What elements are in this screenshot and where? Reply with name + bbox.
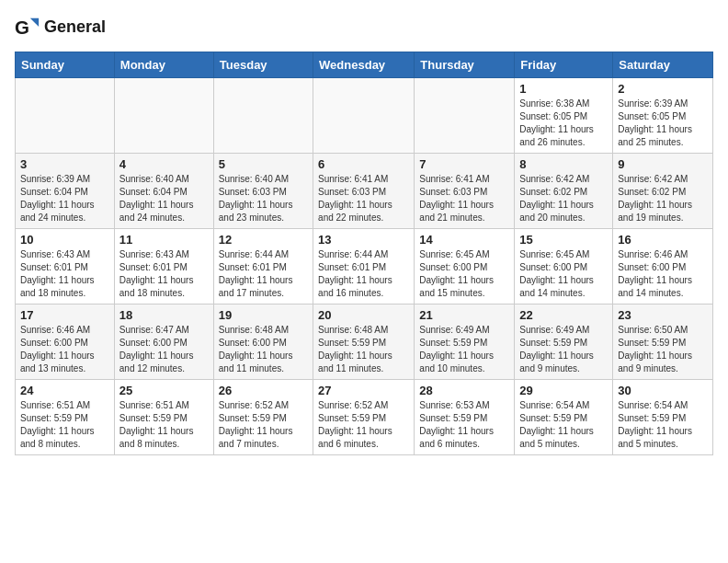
svg-text:G: G [15,17,29,38]
day-number: 11 [119,233,209,247]
calendar-header-saturday: Saturday [613,52,713,78]
day-number: 2 [618,82,708,96]
day-number: 1 [519,82,608,96]
calendar-cell: 8Sunrise: 6:42 AM Sunset: 6:02 PM Daylig… [515,154,613,229]
calendar-cell: 2Sunrise: 6:39 AM Sunset: 6:05 PM Daylig… [613,78,713,154]
day-info: Sunrise: 6:48 AM Sunset: 5:59 PM Dayligh… [318,324,409,375]
day-info: Sunrise: 6:41 AM Sunset: 6:03 PM Dayligh… [419,173,509,224]
calendar-cell: 18Sunrise: 6:47 AM Sunset: 6:00 PM Dayli… [114,304,213,380]
calendar-header-sunday: Sunday [16,52,115,78]
calendar-cell: 25Sunrise: 6:51 AM Sunset: 5:59 PM Dayli… [114,380,213,455]
day-info: Sunrise: 6:52 AM Sunset: 5:59 PM Dayligh… [219,399,308,451]
day-number: 30 [618,384,708,397]
day-info: Sunrise: 6:42 AM Sunset: 6:02 PM Dayligh… [618,173,708,224]
calendar-cell [16,78,115,154]
logo-icon: G [15,15,40,40]
day-number: 14 [419,233,509,247]
day-number: 9 [618,157,708,171]
calendar-cell: 12Sunrise: 6:44 AM Sunset: 6:01 PM Dayli… [213,229,313,304]
day-number: 19 [219,308,308,322]
calendar-cell: 17Sunrise: 6:46 AM Sunset: 6:00 PM Dayli… [16,304,115,380]
day-number: 28 [419,384,509,397]
calendar-cell [114,78,213,154]
day-info: Sunrise: 6:39 AM Sunset: 6:04 PM Dayligh… [20,173,109,224]
day-info: Sunrise: 6:44 AM Sunset: 6:01 PM Dayligh… [318,248,409,300]
day-info: Sunrise: 6:51 AM Sunset: 5:59 PM Dayligh… [20,399,109,451]
logo-text-general: General [44,18,106,37]
calendar-cell: 14Sunrise: 6:45 AM Sunset: 6:00 PM Dayli… [415,229,515,304]
calendar-cell: 15Sunrise: 6:45 AM Sunset: 6:00 PM Dayli… [515,229,613,304]
day-info: Sunrise: 6:51 AM Sunset: 5:59 PM Dayligh… [119,399,209,451]
day-number: 5 [219,157,308,171]
day-number: 3 [20,157,109,171]
calendar-cell: 27Sunrise: 6:52 AM Sunset: 5:59 PM Dayli… [313,380,415,455]
day-info: Sunrise: 6:49 AM Sunset: 5:59 PM Dayligh… [419,324,509,375]
calendar-week-3: 10Sunrise: 6:43 AM Sunset: 6:01 PM Dayli… [16,229,713,304]
day-info: Sunrise: 6:45 AM Sunset: 6:00 PM Dayligh… [419,248,509,300]
day-info: Sunrise: 6:46 AM Sunset: 6:00 PM Dayligh… [618,248,708,300]
calendar-header-monday: Monday [114,52,213,78]
calendar-header-row: SundayMondayTuesdayWednesdayThursdayFrid… [16,52,713,78]
calendar-header-tuesday: Tuesday [213,52,313,78]
calendar-cell: 24Sunrise: 6:51 AM Sunset: 5:59 PM Dayli… [16,380,115,455]
day-number: 15 [519,233,608,247]
calendar-week-1: 1Sunrise: 6:38 AM Sunset: 6:05 PM Daylig… [16,78,713,154]
calendar-cell: 29Sunrise: 6:54 AM Sunset: 5:59 PM Dayli… [515,380,613,455]
day-info: Sunrise: 6:38 AM Sunset: 6:05 PM Dayligh… [519,98,608,149]
calendar-week-5: 24Sunrise: 6:51 AM Sunset: 5:59 PM Dayli… [16,380,713,455]
day-info: Sunrise: 6:43 AM Sunset: 6:01 PM Dayligh… [119,248,209,300]
day-number: 23 [618,308,708,322]
logo: G General [15,15,106,40]
day-info: Sunrise: 6:40 AM Sunset: 6:03 PM Dayligh… [219,173,308,224]
calendar-cell: 22Sunrise: 6:49 AM Sunset: 5:59 PM Dayli… [515,304,613,380]
day-number: 21 [419,308,509,322]
day-info: Sunrise: 6:52 AM Sunset: 5:59 PM Dayligh… [318,399,409,451]
day-info: Sunrise: 6:41 AM Sunset: 6:03 PM Dayligh… [318,173,409,224]
day-info: Sunrise: 6:54 AM Sunset: 5:59 PM Dayligh… [519,399,608,451]
calendar-cell: 23Sunrise: 6:50 AM Sunset: 5:59 PM Dayli… [613,304,713,380]
calendar-cell [415,78,515,154]
day-number: 22 [519,308,608,322]
day-number: 16 [618,233,708,247]
day-info: Sunrise: 6:44 AM Sunset: 6:01 PM Dayligh… [219,248,308,300]
calendar-cell: 26Sunrise: 6:52 AM Sunset: 5:59 PM Dayli… [213,380,313,455]
day-info: Sunrise: 6:47 AM Sunset: 6:00 PM Dayligh… [119,324,209,375]
calendar-cell: 7Sunrise: 6:41 AM Sunset: 6:03 PM Daylig… [415,154,515,229]
calendar-cell: 13Sunrise: 6:44 AM Sunset: 6:01 PM Dayli… [313,229,415,304]
day-info: Sunrise: 6:43 AM Sunset: 6:01 PM Dayligh… [20,248,109,300]
day-info: Sunrise: 6:45 AM Sunset: 6:00 PM Dayligh… [519,248,608,300]
day-number: 20 [318,308,409,322]
calendar-cell: 11Sunrise: 6:43 AM Sunset: 6:01 PM Dayli… [114,229,213,304]
calendar-cell: 9Sunrise: 6:42 AM Sunset: 6:02 PM Daylig… [613,154,713,229]
calendar-cell: 1Sunrise: 6:38 AM Sunset: 6:05 PM Daylig… [515,78,613,154]
calendar-cell: 3Sunrise: 6:39 AM Sunset: 6:04 PM Daylig… [16,154,115,229]
day-info: Sunrise: 6:42 AM Sunset: 6:02 PM Dayligh… [519,173,608,224]
day-number: 18 [119,308,209,322]
calendar-week-4: 17Sunrise: 6:46 AM Sunset: 6:00 PM Dayli… [16,304,713,380]
day-number: 25 [119,384,209,397]
page-header: G General [15,15,713,40]
day-info: Sunrise: 6:46 AM Sunset: 6:00 PM Dayligh… [20,324,109,375]
day-number: 8 [519,157,608,171]
calendar-cell: 19Sunrise: 6:48 AM Sunset: 6:00 PM Dayli… [213,304,313,380]
day-number: 12 [219,233,308,247]
calendar-week-2: 3Sunrise: 6:39 AM Sunset: 6:04 PM Daylig… [16,154,713,229]
day-info: Sunrise: 6:53 AM Sunset: 5:59 PM Dayligh… [419,399,509,451]
calendar-cell: 30Sunrise: 6:54 AM Sunset: 5:59 PM Dayli… [613,380,713,455]
calendar-cell: 6Sunrise: 6:41 AM Sunset: 6:03 PM Daylig… [313,154,415,229]
day-number: 13 [318,233,409,247]
day-info: Sunrise: 6:39 AM Sunset: 6:05 PM Dayligh… [618,98,708,149]
calendar-header-thursday: Thursday [415,52,515,78]
day-number: 29 [519,384,608,397]
calendar-cell: 5Sunrise: 6:40 AM Sunset: 6:03 PM Daylig… [213,154,313,229]
day-number: 6 [318,157,409,171]
day-info: Sunrise: 6:50 AM Sunset: 5:59 PM Dayligh… [618,324,708,375]
calendar-header-friday: Friday [515,52,613,78]
calendar-cell: 21Sunrise: 6:49 AM Sunset: 5:59 PM Dayli… [415,304,515,380]
calendar-cell [313,78,415,154]
calendar-table: SundayMondayTuesdayWednesdayThursdayFrid… [15,52,713,455]
calendar-cell: 16Sunrise: 6:46 AM Sunset: 6:00 PM Dayli… [613,229,713,304]
calendar-header-wednesday: Wednesday [313,52,415,78]
day-info: Sunrise: 6:48 AM Sunset: 6:00 PM Dayligh… [219,324,308,375]
calendar-cell: 10Sunrise: 6:43 AM Sunset: 6:01 PM Dayli… [16,229,115,304]
